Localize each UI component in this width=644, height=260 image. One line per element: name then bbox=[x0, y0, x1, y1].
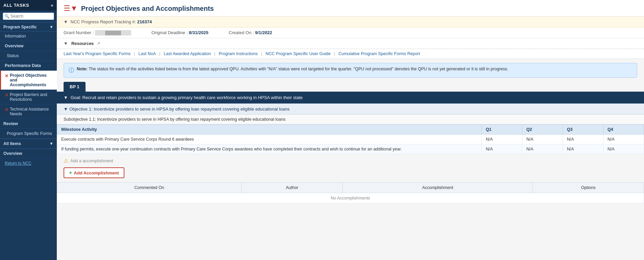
col-options: Options bbox=[533, 183, 644, 193]
sidebar-toggle-icon[interactable]: « bbox=[51, 3, 53, 8]
search-input[interactable] bbox=[3, 13, 54, 20]
sidebar-item-performance-data[interactable]: Performance Data bbox=[0, 61, 57, 71]
cell-q4: N/A bbox=[603, 135, 644, 144]
tracking-bar: ▼ NCC Progress Report Tracking #: 216374 bbox=[57, 17, 644, 27]
bp-tabs-container: BP 1 bbox=[64, 82, 637, 92]
goal-bar: ▼ Goal: Recruit and retain providers to … bbox=[57, 92, 644, 103]
cell-q1: N/A bbox=[482, 135, 522, 144]
objective-bar: ▼ Objective 1: Incentivize providers to … bbox=[57, 103, 644, 115]
created-value: 9/1/2022 bbox=[255, 30, 272, 35]
page-title: Project Objectives and Accomplishments bbox=[81, 5, 214, 13]
goal-collapse-icon[interactable]: ▼ bbox=[64, 95, 68, 100]
note-box: ⓘ Note: The status for each of the activ… bbox=[64, 63, 637, 78]
sidebar-item-project-barriers[interactable]: ✕ Project Barriers and Resolutions bbox=[0, 90, 57, 104]
sidebar-item-information[interactable]: Information bbox=[0, 31, 57, 41]
link-last-awarded[interactable]: Last Awarded Application bbox=[160, 51, 214, 56]
page-header: ☰▼ Project Objectives and Accomplishment… bbox=[57, 0, 644, 17]
sidebar-item-program-specific-forms[interactable]: Program Specific Forms bbox=[0, 129, 57, 139]
link-cumulative-report[interactable]: Cumulative Program Specific Forms Report bbox=[335, 51, 423, 56]
add-accomplishment-button-container: + Add Accomplishment bbox=[57, 166, 644, 182]
sidebar-item-status[interactable]: Status bbox=[0, 51, 57, 61]
tracking-collapse-icon[interactable]: ▼ bbox=[64, 19, 68, 24]
objective-text: Objective 1: Incentivize providers to se… bbox=[69, 107, 290, 112]
goal-text: Goal: Recruit and retain providers to su… bbox=[71, 95, 303, 100]
accomplishments-table: Commented On Author Accomplishment Optio… bbox=[57, 182, 644, 204]
milestone-section: Milestone Activity Q1 Q2 Q3 Q4 Execute c… bbox=[57, 124, 644, 154]
hint-text: Add a accomplishment bbox=[70, 159, 113, 163]
resources-links-row: Last Year's Program Specific Forms | Las… bbox=[57, 49, 644, 59]
deadline-label: Original Deadline : bbox=[151, 30, 188, 35]
resources-collapse-icon[interactable]: ▼ bbox=[64, 41, 68, 46]
subobjective-text: Subobjective 1.1: Incentivize providers … bbox=[64, 117, 285, 122]
chevron-down-icon: ▼ bbox=[49, 141, 53, 146]
sidebar: ALL TASKS « 🔍 Program Specific ▼ Informa… bbox=[0, 0, 57, 260]
add-accomplishment-button-label: Add Accomplishment bbox=[74, 170, 119, 175]
link-last-years-forms[interactable]: Last Year's Program Specific Forms bbox=[64, 51, 134, 56]
chevron-down-icon: ▼ bbox=[49, 25, 53, 29]
meta-row: Grant Number : ██████ Original Deadline … bbox=[57, 27, 644, 38]
created-label: Created On : bbox=[229, 30, 254, 35]
objective-collapse-icon[interactable]: ▼ bbox=[64, 107, 68, 112]
deadline-value: 8/31/2025 bbox=[189, 30, 209, 35]
col-milestone-activity: Milestone Activity bbox=[57, 125, 482, 135]
external-link-icon: ↗ bbox=[97, 41, 100, 46]
sidebar-item-all-items[interactable]: All Items ▼ bbox=[0, 139, 57, 149]
sidebar-item-overview[interactable]: Overview bbox=[0, 41, 57, 51]
grant-label: Grant Number : bbox=[64, 30, 94, 35]
search-icon: 🔍 bbox=[4, 14, 9, 19]
resources-label: Resources bbox=[71, 41, 94, 46]
tracking-number: 216374 bbox=[137, 19, 152, 24]
x-icon: ✕ bbox=[5, 107, 8, 112]
sidebar-item-technical-assistance[interactable]: ✕ Technical Assistance Needs bbox=[0, 104, 57, 119]
no-accomplishments-message: No Accomplishments bbox=[57, 193, 644, 204]
subobjective-bar: Subobjective 1.1: Incentivize providers … bbox=[57, 115, 644, 124]
accomplishments-section: Commented On Author Accomplishment Optio… bbox=[57, 182, 644, 204]
col-author: Author bbox=[242, 183, 342, 193]
sidebar-header: ALL TASKS « bbox=[0, 0, 57, 10]
note-body: The status for each of the activities li… bbox=[89, 67, 508, 71]
table-row: If funding permits, execute one-year con… bbox=[57, 144, 644, 154]
add-accomplishment-button[interactable]: + Add Accomplishment bbox=[64, 167, 124, 178]
col-accomplishment: Accomplishment bbox=[342, 183, 533, 193]
milestone-table: Milestone Activity Q1 Q2 Q3 Q4 Execute c… bbox=[57, 124, 644, 154]
hint-icon: ⚠ bbox=[64, 158, 68, 164]
link-last-noa[interactable]: Last NoA bbox=[135, 51, 159, 56]
col-q2: Q2 bbox=[522, 125, 563, 135]
col-q1: Q1 bbox=[482, 125, 522, 135]
cell-q2: N/A bbox=[522, 144, 563, 154]
sidebar-item-program-specific[interactable]: Program Specific ▼ bbox=[0, 22, 57, 31]
table-row: Execute contracts with Primary Care Serv… bbox=[57, 135, 644, 144]
cell-q2: N/A bbox=[522, 135, 563, 144]
cell-q3: N/A bbox=[563, 144, 603, 154]
resources-bar: ▼ Resources ↗ bbox=[57, 38, 644, 49]
add-accomplishment-hint: ⚠ Add a accomplishment bbox=[57, 154, 644, 166]
grant-value: ██████ bbox=[95, 30, 131, 36]
x-icon: ✕ bbox=[5, 73, 8, 78]
cell-q1: N/A bbox=[482, 144, 522, 154]
table-row: No Accomplishments bbox=[57, 193, 644, 204]
cell-q3: N/A bbox=[563, 135, 603, 144]
sidebar-item-overview-sub[interactable]: Overview bbox=[0, 149, 57, 159]
info-icon: ⓘ bbox=[69, 67, 74, 74]
note-label: Note: bbox=[77, 67, 88, 71]
link-ncc-user-guide[interactable]: NCC Program Specific User Guide bbox=[262, 51, 334, 56]
col-commented-on: Commented On bbox=[57, 183, 242, 193]
cell-activity: Execute contracts with Primary Care Serv… bbox=[57, 135, 482, 144]
sidebar-title: ALL TASKS bbox=[3, 3, 29, 8]
col-q3: Q3 bbox=[563, 125, 603, 135]
col-q4: Q4 bbox=[603, 125, 644, 135]
plus-icon: + bbox=[69, 170, 72, 176]
database-icon: ☰▼ bbox=[64, 4, 78, 13]
cell-q4: N/A bbox=[603, 144, 644, 154]
sidebar-item-review-label: Review bbox=[0, 119, 57, 129]
x-icon: ✕ bbox=[5, 93, 8, 98]
link-program-instructions[interactable]: Program Instructions bbox=[215, 51, 261, 56]
sidebar-search-container: 🔍 bbox=[0, 10, 57, 22]
bp1-tab[interactable]: BP 1 bbox=[64, 82, 86, 92]
sidebar-item-project-objectives[interactable]: ✕ Project Objectives and Accomplishments bbox=[0, 71, 57, 90]
cell-activity: If funding permits, execute one-year con… bbox=[57, 144, 482, 154]
sidebar-item-return-ncc[interactable]: Return to NCC bbox=[0, 159, 57, 168]
main-content: ☰▼ Project Objectives and Accomplishment… bbox=[57, 0, 644, 260]
